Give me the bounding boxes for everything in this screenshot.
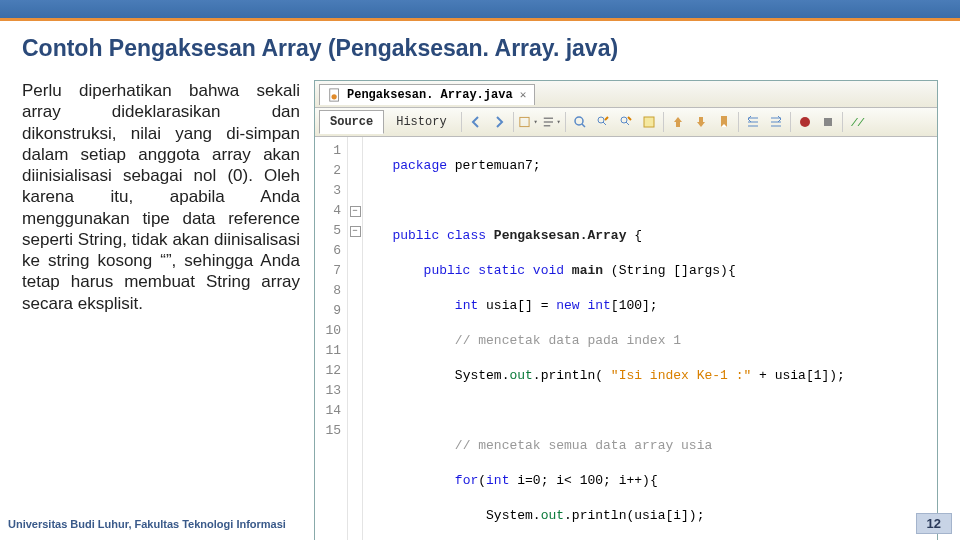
fold-icon[interactable]: −	[350, 226, 361, 237]
refactor-icon[interactable]	[517, 111, 539, 133]
page-number: 12	[916, 513, 952, 534]
svg-rect-2	[519, 117, 528, 126]
bookmark-prev-icon[interactable]	[667, 111, 689, 133]
svg-point-3	[575, 117, 583, 125]
svg-point-1	[332, 94, 337, 99]
highlight-icon[interactable]	[638, 111, 660, 133]
slide-footer: Universitas Budi Luhur, Fakultas Teknolo…	[0, 509, 960, 540]
description-text: Perlu diperhatikan bahwa sekali array di…	[22, 80, 300, 540]
footer-text: Universitas Budi Luhur, Fakultas Teknolo…	[8, 518, 286, 530]
file-tab[interactable]: Pengaksesan. Array.java ✕	[319, 84, 535, 105]
editor-toolbar: Source History	[315, 108, 937, 137]
svg-point-10	[800, 117, 810, 127]
fold-gutter: − −	[348, 137, 363, 540]
file-tab-bar: Pengaksesan. Array.java ✕	[315, 81, 937, 108]
file-tab-label: Pengaksesan. Array.java	[347, 88, 513, 102]
slide-title: Contoh Pengaksesan Array (Pengaksesan. A…	[22, 35, 938, 62]
nav-back-icon[interactable]	[465, 111, 487, 133]
code-editor: Pengaksesan. Array.java ✕ Source History	[314, 80, 938, 540]
slide-top-bar	[0, 0, 960, 21]
bookmark-next-icon[interactable]	[690, 111, 712, 133]
shift-right-icon[interactable]	[765, 111, 787, 133]
find-next-icon[interactable]	[615, 111, 637, 133]
line-gutter: 123 456 789 101112 131415	[315, 137, 348, 540]
comment-icon[interactable]: //	[846, 111, 868, 133]
code-body[interactable]: package pertemuan7; public class Pengaks…	[363, 137, 851, 540]
nav-forward-icon[interactable]	[488, 111, 510, 133]
macro-record-icon[interactable]	[794, 111, 816, 133]
java-file-icon	[328, 88, 342, 102]
close-icon[interactable]: ✕	[520, 88, 527, 101]
svg-rect-7	[676, 122, 680, 127]
shift-left-icon[interactable]	[742, 111, 764, 133]
tab-history[interactable]: History	[385, 110, 457, 134]
macro-stop-icon[interactable]	[817, 111, 839, 133]
find-selection-icon[interactable]	[569, 111, 591, 133]
bookmark-toggle-icon[interactable]	[713, 111, 735, 133]
find-prev-icon[interactable]	[592, 111, 614, 133]
format-icon[interactable]	[540, 111, 562, 133]
svg-text://: //	[851, 117, 865, 129]
svg-rect-6	[644, 117, 654, 127]
fold-icon[interactable]: −	[350, 206, 361, 217]
tab-source[interactable]: Source	[319, 110, 384, 134]
svg-rect-8	[699, 117, 703, 122]
svg-rect-11	[824, 118, 832, 126]
